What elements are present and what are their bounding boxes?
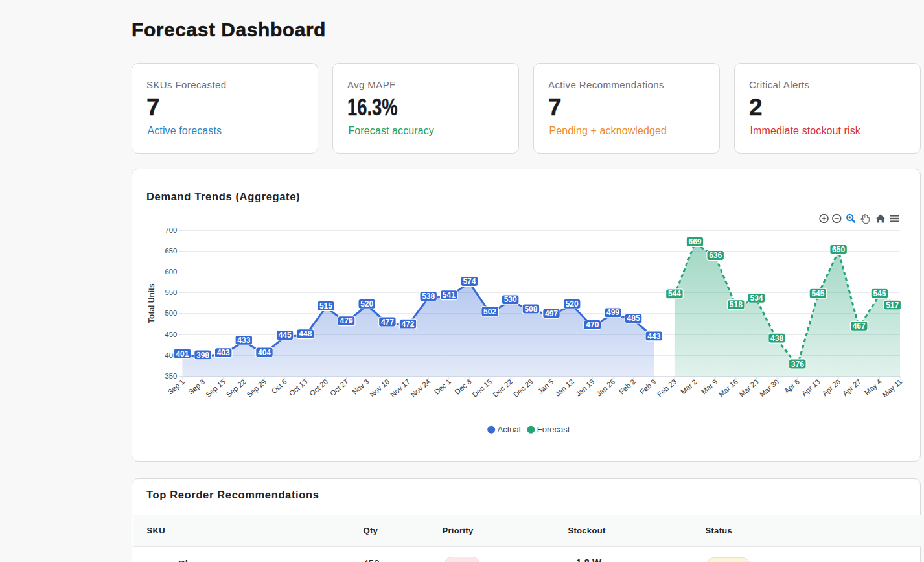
svg-text:Apr 20: Apr 20 <box>820 377 842 397</box>
svg-text:545: 545 <box>873 289 886 298</box>
svg-text:Nov 10: Nov 10 <box>368 377 391 399</box>
svg-text:600: 600 <box>165 268 178 275</box>
svg-text:350: 350 <box>165 372 178 380</box>
svg-text:Forecast: Forecast <box>537 425 570 434</box>
svg-text:Sep 1: Sep 1 <box>167 377 186 395</box>
svg-text:Dec 15: Dec 15 <box>471 377 494 399</box>
svg-text:479: 479 <box>340 316 353 325</box>
svg-text:Mar 9: Mar 9 <box>700 377 719 395</box>
svg-text:433: 433 <box>237 336 250 345</box>
svg-text:515: 515 <box>319 301 332 310</box>
svg-text:398: 398 <box>196 351 209 360</box>
svg-text:472: 472 <box>401 320 414 329</box>
svg-text:Dec 8: Dec 8 <box>454 377 473 395</box>
svg-text:700: 700 <box>165 226 178 234</box>
svg-text:Feb 9: Feb 9 <box>638 377 658 395</box>
svg-text:574: 574 <box>463 277 476 286</box>
svg-text:636: 636 <box>709 251 722 260</box>
svg-text:Sep 15: Sep 15 <box>204 377 227 399</box>
svg-text:Apr 6: Apr 6 <box>783 377 801 395</box>
svg-text:Oct 6: Oct 6 <box>270 377 288 395</box>
svg-text:650: 650 <box>165 247 178 255</box>
svg-text:Jan 5: Jan 5 <box>537 377 555 395</box>
svg-text:538: 538 <box>422 292 435 301</box>
svg-text:403: 403 <box>217 348 230 357</box>
svg-text:541: 541 <box>443 290 456 299</box>
svg-text:Jan 12: Jan 12 <box>554 377 575 397</box>
svg-text:401: 401 <box>176 349 189 358</box>
svg-text:544: 544 <box>668 289 681 298</box>
svg-text:Dec 1: Dec 1 <box>433 377 452 395</box>
svg-text:Nov 3: Nov 3 <box>351 377 370 395</box>
svg-text:477: 477 <box>381 318 394 327</box>
svg-text:534: 534 <box>750 294 763 303</box>
svg-text:Apr 13: Apr 13 <box>800 377 822 397</box>
svg-text:Nov 24: Nov 24 <box>410 377 432 399</box>
svg-text:May 4: May 4 <box>863 377 883 396</box>
svg-text:450: 450 <box>165 331 178 338</box>
svg-text:376: 376 <box>791 360 804 369</box>
svg-text:Actual: Actual <box>498 425 521 434</box>
svg-text:Nov 17: Nov 17 <box>389 377 411 399</box>
svg-text:520: 520 <box>566 299 579 309</box>
svg-text:467: 467 <box>853 322 866 331</box>
svg-text:530: 530 <box>504 295 517 304</box>
svg-text:Feb 2: Feb 2 <box>618 377 637 395</box>
svg-text:518: 518 <box>730 300 743 309</box>
svg-text:550: 550 <box>165 288 178 296</box>
svg-text:485: 485 <box>627 314 640 323</box>
svg-text:445: 445 <box>279 331 292 340</box>
svg-text:Sep 29: Sep 29 <box>245 377 268 399</box>
svg-text:Oct 13: Oct 13 <box>288 377 309 397</box>
svg-text:Oct 27: Oct 27 <box>329 377 350 397</box>
svg-text:Dec 22: Dec 22 <box>491 377 514 399</box>
svg-text:448: 448 <box>299 329 312 338</box>
svg-text:508: 508 <box>524 305 537 314</box>
svg-text:Oct 20: Oct 20 <box>308 377 329 397</box>
svg-text:Feb 23: Feb 23 <box>656 377 678 398</box>
svg-text:Mar 16: Mar 16 <box>717 377 739 398</box>
svg-text:May 11: May 11 <box>881 377 903 399</box>
svg-text:502: 502 <box>483 307 496 316</box>
svg-text:Total Units: Total Units <box>147 283 156 323</box>
svg-text:Sep 8: Sep 8 <box>187 377 206 395</box>
svg-text:Mar 30: Mar 30 <box>758 377 780 398</box>
svg-text:Dec 29: Dec 29 <box>512 377 535 399</box>
svg-text:470: 470 <box>586 320 599 329</box>
svg-text:520: 520 <box>360 299 373 309</box>
svg-text:500: 500 <box>165 309 178 317</box>
svg-text:Jan 19: Jan 19 <box>574 377 595 397</box>
svg-text:545: 545 <box>811 289 824 298</box>
svg-text:Jan 26: Jan 26 <box>595 377 616 397</box>
svg-text:669: 669 <box>688 237 701 246</box>
svg-text:Mar 2: Mar 2 <box>679 377 699 395</box>
svg-text:497: 497 <box>545 309 558 318</box>
svg-text:Mar 23: Mar 23 <box>737 377 759 398</box>
svg-text:517: 517 <box>886 301 899 310</box>
svg-text:404: 404 <box>258 348 271 357</box>
svg-text:650: 650 <box>832 245 845 254</box>
svg-text:438: 438 <box>770 334 783 343</box>
svg-text:Sep 22: Sep 22 <box>225 377 248 399</box>
svg-text:499: 499 <box>606 308 619 317</box>
svg-text:443: 443 <box>647 332 660 341</box>
svg-text:Apr 27: Apr 27 <box>841 377 862 397</box>
